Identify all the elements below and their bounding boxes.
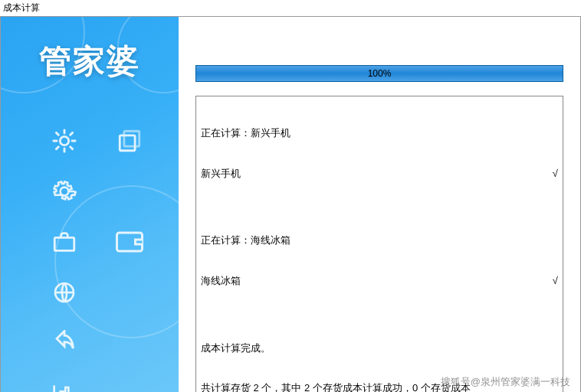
progress-label: 100%	[368, 68, 392, 79]
content: 管家婆 S 100%	[0, 16, 581, 392]
sun-icon	[31, 122, 97, 159]
svg-rect-9	[120, 136, 135, 151]
svg-point-0	[60, 136, 68, 145]
briefcase-icon	[31, 224, 97, 260]
wallet-icon	[97, 224, 162, 260]
progress-fill: 100%	[196, 66, 563, 81]
undo-icon	[31, 325, 97, 361]
sidebar-icons	[31, 122, 162, 392]
svg-line-7	[56, 147, 58, 149]
gear-icon	[31, 173, 97, 210]
svg-rect-11	[54, 237, 74, 250]
svg-rect-13	[135, 240, 143, 244]
files-icon	[97, 122, 162, 159]
globe-icon	[31, 274, 97, 311]
svg-line-6	[70, 147, 72, 149]
svg-rect-18	[65, 387, 68, 392]
svg-rect-10	[123, 131, 139, 146]
brand-logo: 管家婆	[1, 40, 179, 83]
progress-bar: 100%	[195, 65, 563, 82]
sidebar: 管家婆 S	[1, 17, 179, 392]
chart-icon	[31, 375, 97, 392]
log-output: 正在计算：新兴手机 新兴手机√ 正在计算：海线冰箱 海线冰箱√ 成本计算完成。 …	[195, 96, 563, 392]
window-title: 成本计算	[0, 0, 581, 16]
main-panel: 100% 正在计算：新兴手机 新兴手机√ 正在计算：海线冰箱 海线冰箱√ 成本计…	[179, 17, 580, 392]
svg-line-5	[56, 132, 58, 135]
svg-line-8	[70, 132, 72, 135]
